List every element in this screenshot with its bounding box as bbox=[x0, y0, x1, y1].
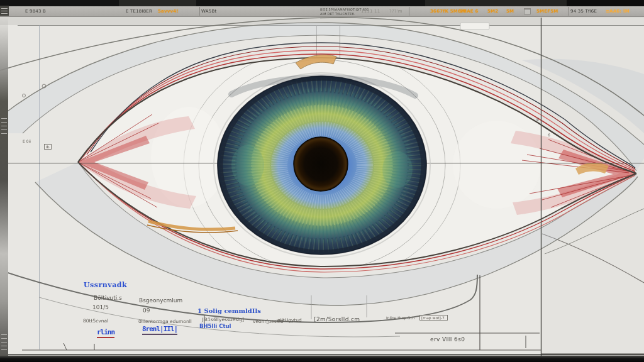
action-button[interactable]: 5M bbox=[506, 6, 514, 16]
action-button[interactable]: 5MAE 6 bbox=[459, 6, 479, 16]
taskbar-strip bbox=[0, 356, 644, 362]
left-edge-strip bbox=[0, 16, 8, 356]
menu-item[interactable]: 94 35 TfI6E bbox=[570, 6, 597, 16]
menu-item[interactable]: WA5Bt bbox=[201, 6, 216, 16]
title-strip bbox=[0, 0, 644, 6]
menu-item[interactable]: ???'m bbox=[389, 6, 402, 16]
action-button[interactable]: 5avvv4! bbox=[158, 6, 179, 16]
eye-diagram-canvas bbox=[0, 0, 644, 362]
app-window: E 9843 BE TE18I8ER5avvv4!WA5Bt8I5E 5PfIA… bbox=[0, 0, 644, 362]
edge-tick-marks bbox=[1, 118, 7, 137]
action-button[interactable]: 5M2 bbox=[487, 6, 498, 16]
action-button[interactable]: ≡AA6: IM bbox=[606, 6, 630, 16]
action-button[interactable]: 5MEF5M bbox=[536, 6, 558, 16]
status-text[interactable]: AIM DET TfILICMTEfl. bbox=[320, 11, 355, 16]
menu-item[interactable]: E TE18I8ER bbox=[126, 6, 152, 16]
edge-tick-marks bbox=[1, 334, 7, 353]
menu-item[interactable]: E 9843 B bbox=[25, 6, 46, 16]
window-icon[interactable] bbox=[524, 8, 531, 14]
toolbar: E 9843 BE TE18I8ER5avvv4!WA5Bt8I5E 5PfIA… bbox=[0, 6, 644, 17]
menu-item[interactable]: 1111 11 bbox=[361, 6, 380, 16]
hamburger-icon[interactable] bbox=[0, 6, 9, 16]
toolbar-divider bbox=[199, 7, 200, 16]
toolbar-divider bbox=[568, 7, 569, 16]
toolbar-divider bbox=[409, 7, 409, 16]
